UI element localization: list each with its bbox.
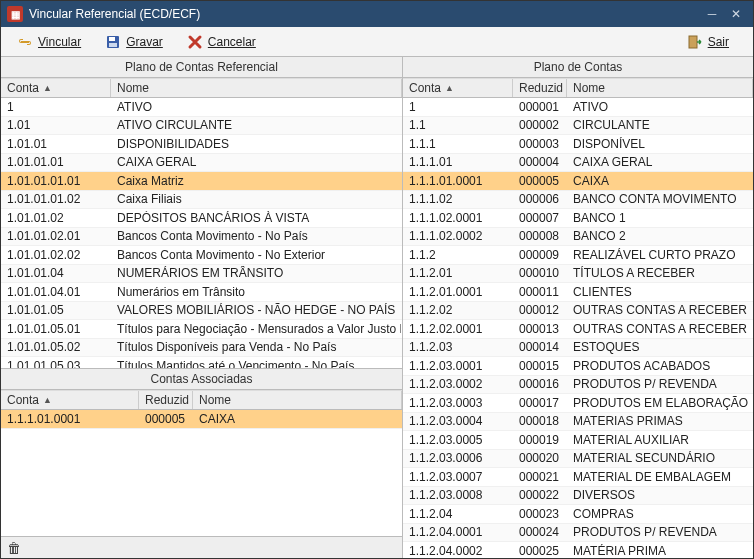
cell-conta: 1.1.2.03.0001	[403, 359, 513, 373]
table-row[interactable]: 1.01.01.04.01Numerários em Trânsito	[1, 283, 402, 302]
cell-nome: BANCO CONTA MOVIMENTO	[567, 192, 753, 206]
svg-rect-3	[689, 36, 697, 48]
table-row[interactable]: 1.01.01.04NUMERÁRIOS EM TRÂNSITO	[1, 265, 402, 284]
cell-conta: 1.1.2.03.0004	[403, 414, 513, 428]
sort-asc-icon: ▲	[445, 83, 454, 93]
table-row[interactable]: 1.1.2.01.0001000011CLIENTES	[403, 283, 753, 302]
sair-button[interactable]: Sair	[679, 31, 737, 53]
cell-conta: 1.01.01.05.03	[1, 359, 111, 368]
table-row[interactable]: 1ATIVO	[1, 98, 402, 117]
cell-reduz: 000017	[513, 396, 567, 410]
plano-body[interactable]: 1000001ATIVO1.1000002CIRCULANTE1.1.10000…	[403, 98, 753, 558]
table-row[interactable]: 1.01.01.02.01Bancos Conta Movimento - No…	[1, 228, 402, 247]
table-row[interactable]: 1.01.01.05VALORES MOBILIÁRIOS - NÃO HEDG…	[1, 302, 402, 321]
assoc-col-reduz[interactable]: Reduzid	[139, 391, 193, 409]
exit-icon	[687, 34, 703, 50]
table-row[interactable]: 1.1.2.03.0004000018MATERIAS PRIMAS	[403, 413, 753, 432]
ref-col-conta[interactable]: Conta ▲	[1, 79, 111, 97]
cell-nome: BANCO 1	[567, 211, 753, 225]
table-row[interactable]: 1.1.2.03.0007000021MATERIAL DE EMBALAGEM	[403, 468, 753, 487]
plan-col-conta[interactable]: Conta ▲	[403, 79, 513, 97]
cell-reduz: 000018	[513, 414, 567, 428]
referencial-body[interactable]: 1ATIVO1.01ATIVO CIRCULANTE1.01.01DISPONI…	[1, 98, 402, 368]
sort-asc-icon: ▲	[43, 395, 52, 405]
table-row[interactable]: 1.01.01.01CAIXA GERAL	[1, 154, 402, 173]
table-row[interactable]: 1.01.01DISPONIBILIDADES	[1, 135, 402, 154]
cell-conta: 1.1.2.03.0008	[403, 488, 513, 502]
vincular-button[interactable]: Vincular	[9, 31, 89, 53]
table-row[interactable]: 1.1.2000009REALIZÁVEL CURTO PRAZO	[403, 246, 753, 265]
table-row[interactable]: 1.1.2.03.0006000020MATERIAL SECUNDÁRIO	[403, 450, 753, 469]
table-row[interactable]: 1.1.1.01.0001000005CAIXA	[1, 410, 402, 429]
cell-nome: ESTOQUES	[567, 340, 753, 354]
cell-conta: 1.1.1.02.0002	[403, 229, 513, 243]
table-row[interactable]: 1.1.2.04.0002000025MATÉRIA PRIMA	[403, 542, 753, 558]
minimize-button[interactable]: ─	[701, 5, 723, 23]
cell-conta: 1.1.2.04.0001	[403, 525, 513, 539]
table-row[interactable]: 1.1.2.03.0001000015PRODUTOS ACABADOS	[403, 357, 753, 376]
cell-nome: MATERIAL SECUNDÁRIO	[567, 451, 753, 465]
plan-col-reduz[interactable]: Reduzid	[513, 79, 567, 97]
referencial-panel-title: Plano de Contas Referencial	[1, 57, 402, 78]
cell-reduz: 000007	[513, 211, 567, 225]
assoc-col-conta[interactable]: Conta ▲	[1, 391, 139, 409]
left-pane: Plano de Contas Referencial Conta ▲ Nome…	[1, 57, 403, 558]
cell-nome: Caixa Matriz	[111, 174, 402, 188]
plano-panel-title: Plano de Contas	[403, 57, 753, 78]
table-row[interactable]: 1.1.2.03.0003000017PRODUTOS EM ELABORAÇÃ…	[403, 394, 753, 413]
table-row[interactable]: 1.1.2.03.0002000016PRODUTOS P/ REVENDA	[403, 376, 753, 395]
plano-grid: Conta ▲ Reduzid Nome 1000001ATIVO1.10000…	[403, 78, 753, 558]
table-row[interactable]: 1.1.1.01.0001000005CAIXA	[403, 172, 753, 191]
ref-col-nome-label: Nome	[117, 81, 149, 95]
table-row[interactable]: 1.1.2.03.0008000022DIVERSOS	[403, 487, 753, 506]
table-row[interactable]: 1.1.1.02.0001000007BANCO 1	[403, 209, 753, 228]
table-row[interactable]: 1.01.01.02.02Bancos Conta Movimento - No…	[1, 246, 402, 265]
plan-col-nome[interactable]: Nome	[567, 79, 753, 97]
trash-icon[interactable]: 🗑	[7, 540, 21, 556]
plan-col-reduz-label: Reduzid	[519, 81, 563, 95]
ref-col-conta-label: Conta	[7, 81, 39, 95]
table-row[interactable]: 1.1.2.01000010TÍTULOS A RECEBER	[403, 265, 753, 284]
close-button[interactable]: ✕	[725, 5, 747, 23]
table-row[interactable]: 1.01.01.05.01Títulos para Negociação - M…	[1, 320, 402, 339]
table-row[interactable]: 1.01.01.01.02Caixa Filiais	[1, 191, 402, 210]
table-row[interactable]: 1.1.1000003DISPONÍVEL	[403, 135, 753, 154]
table-row[interactable]: 1.01ATIVO CIRCULANTE	[1, 117, 402, 136]
table-row[interactable]: 1.01.01.01.01Caixa Matriz	[1, 172, 402, 191]
cell-conta: 1.01	[1, 118, 111, 132]
cell-conta: 1.1.2.02	[403, 303, 513, 317]
cancelar-button[interactable]: Cancelar	[179, 31, 264, 53]
table-row[interactable]: 1.1.1.02000006BANCO CONTA MOVIMENTO	[403, 191, 753, 210]
table-row[interactable]: 1.1.2.04000023COMPRAS	[403, 505, 753, 524]
table-row[interactable]: 1.01.01.05.02Títulos Disponíveis para Ve…	[1, 339, 402, 358]
table-row[interactable]: 1.1.1.01000004CAIXA GERAL	[403, 154, 753, 173]
cell-nome: MATERIAS PRIMAS	[567, 414, 753, 428]
link-icon	[17, 34, 33, 50]
svg-rect-2	[109, 43, 117, 47]
gravar-button[interactable]: Gravar	[97, 31, 171, 53]
cell-conta: 1.1.2.03	[403, 340, 513, 354]
cell-nome: DISPONIBILIDADES	[111, 137, 402, 151]
ref-col-nome[interactable]: Nome	[111, 79, 402, 97]
cell-conta: 1.01.01.05.02	[1, 340, 111, 354]
table-row[interactable]: 1.1.2.02000012OUTRAS CONTAS A RECEBER	[403, 302, 753, 321]
associadas-panel: Contas Associadas Conta ▲ Reduzid Nome 1…	[1, 368, 402, 558]
cell-conta: 1.01.01.02.01	[1, 229, 111, 243]
table-row[interactable]: 1.1.2.03.0005000019MATERIAL AUXILIAR	[403, 431, 753, 450]
cell-conta: 1.1	[403, 118, 513, 132]
cell-nome: PRODUTOS ACABADOS	[567, 359, 753, 373]
table-row[interactable]: 1.1.2.03000014ESTOQUES	[403, 339, 753, 358]
cell-conta: 1.1.1.02.0001	[403, 211, 513, 225]
associadas-body[interactable]: 1.1.1.01.0001000005CAIXA	[1, 410, 402, 536]
table-row[interactable]: 1.01.01.02DEPÓSITOS BANCÁRIOS À VISTA	[1, 209, 402, 228]
cell-nome: ATIVO	[567, 100, 753, 114]
table-row[interactable]: 1.1.2.02.0001000013OUTRAS CONTAS A RECEB…	[403, 320, 753, 339]
table-row[interactable]: 1000001ATIVO	[403, 98, 753, 117]
assoc-col-nome[interactable]: Nome	[193, 391, 402, 409]
table-row[interactable]: 1.1.2.04.0001000024PRODUTOS P/ REVENDA	[403, 524, 753, 543]
table-row[interactable]: 1.1.1.02.0002000008BANCO 2	[403, 228, 753, 247]
cell-reduz: 000003	[513, 137, 567, 151]
table-row[interactable]: 1.01.01.05.03Títulos Mantidos até o Venc…	[1, 357, 402, 368]
table-row[interactable]: 1.1000002CIRCULANTE	[403, 117, 753, 136]
cell-conta: 1.1.2.03.0006	[403, 451, 513, 465]
